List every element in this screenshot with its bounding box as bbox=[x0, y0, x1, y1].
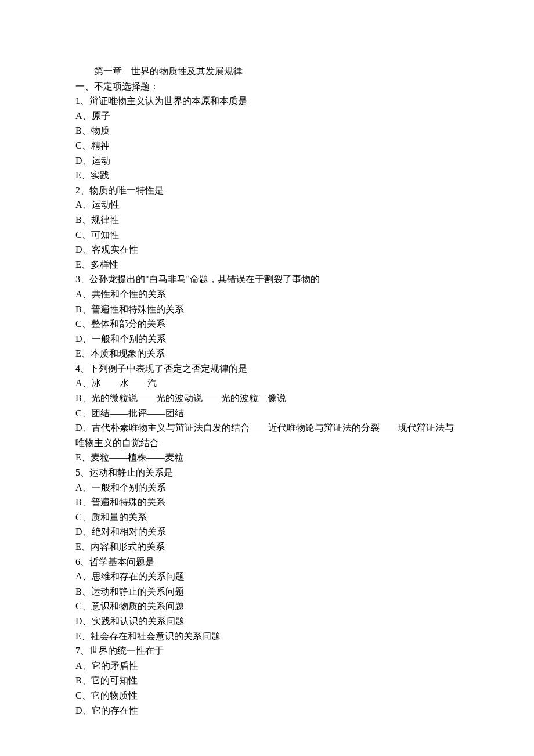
question-option: C、精神 bbox=[75, 138, 459, 153]
question-option: D、运动 bbox=[75, 153, 459, 168]
question-option: C、它的物质性 bbox=[75, 688, 459, 703]
question-option: B、普遍性和特殊性的关系 bbox=[75, 302, 459, 317]
question-option: C、质和量的关系 bbox=[75, 510, 459, 525]
question-option: C、整体和部分的关系 bbox=[75, 316, 459, 332]
question-option: A、一般和个别的关系 bbox=[75, 480, 459, 495]
question-option: E、本质和现象的关系 bbox=[75, 346, 459, 361]
question-option: D、实践和认识的关系问题 bbox=[75, 614, 459, 629]
question-option: C、可知性 bbox=[75, 228, 459, 243]
question-option: D、一般和个别的关系 bbox=[75, 332, 459, 347]
question-option: B、普遍和特殊的关系 bbox=[75, 495, 459, 510]
question-option: A、原子 bbox=[75, 109, 459, 124]
question-option: D、客观实在性 bbox=[75, 242, 459, 257]
question-option: C、意识和物质的关系问题 bbox=[75, 599, 459, 614]
question-option: E、内容和形式的关系 bbox=[75, 539, 459, 555]
chapter-title: 第一章 世界的物质性及其发展规律 bbox=[75, 64, 459, 79]
question-stem: 4、下列例子中表现了否定之否定规律的是 bbox=[75, 361, 459, 376]
question-stem: 6、哲学基本问题是 bbox=[75, 555, 459, 570]
question-option: B、物质 bbox=[75, 123, 459, 138]
question-option: A、冰——水——汽 bbox=[75, 376, 459, 391]
question-stem: 7、世界的统一性在于 bbox=[75, 643, 459, 658]
question-option: D、绝对和相对的关系 bbox=[75, 524, 459, 539]
question-option: E、社会存在和社会意识的关系问题 bbox=[75, 629, 459, 644]
question-option: A、共性和个性的关系 bbox=[75, 287, 459, 302]
question-option: D、古代朴素唯物主义与辩证法自发的结合——近代唯物论与辩证法的分裂——现代辩证法… bbox=[75, 420, 459, 450]
question-option: D、它的存在性 bbox=[75, 703, 459, 718]
question-option: E、多样性 bbox=[75, 257, 459, 272]
question-option: B、规律性 bbox=[75, 213, 459, 228]
question-stem: 3、公孙龙提出的"白马非马"命题，其错误在于割裂了事物的 bbox=[75, 272, 459, 287]
question-option: A、它的矛盾性 bbox=[75, 658, 459, 674]
question-option: E、实践 bbox=[75, 168, 459, 183]
question-option: C、团结——批评——团结 bbox=[75, 406, 459, 421]
question-option: B、光的微粒说——光的波动说——光的波粒二像说 bbox=[75, 391, 459, 406]
question-stem: 1、辩证唯物主义认为世界的本原和本质是 bbox=[75, 93, 459, 109]
question-option: B、它的可知性 bbox=[75, 673, 459, 688]
section-heading: 一、不定项选择题： bbox=[75, 79, 459, 94]
question-option: A、运动性 bbox=[75, 197, 459, 213]
question-option: A、思维和存在的关系问题 bbox=[75, 569, 459, 584]
question-stem: 5、运动和静止的关系是 bbox=[75, 465, 459, 480]
question-option: B、运动和静止的关系问题 bbox=[75, 584, 459, 599]
question-stem: 2、物质的唯一特性是 bbox=[75, 183, 459, 198]
question-option: E、麦粒——植株——麦粒 bbox=[75, 450, 459, 465]
